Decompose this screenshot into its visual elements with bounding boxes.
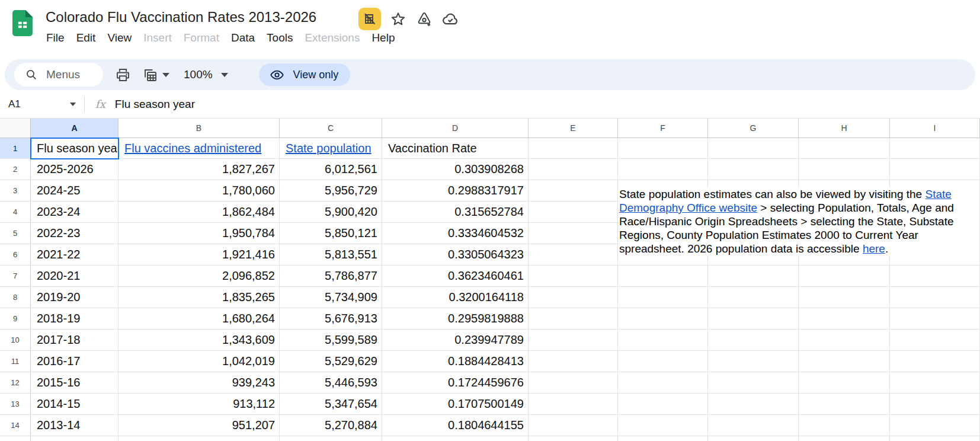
cell-a9[interactable]: 2018-19 [31,308,119,330]
cell-h12[interactable] [799,372,890,394]
cell-a12[interactable]: 2015-16 [31,372,119,394]
cell-c12[interactable]: 5,446,593 [280,372,382,394]
cell-b8[interactable]: 1,835,265 [119,287,280,308]
row-header-1[interactable]: 1 [0,138,31,159]
cell-g9[interactable] [708,308,799,330]
cell-b1[interactable]: Flu vaccines administered [119,138,280,159]
cell-d13[interactable]: 0.1707500149 [382,394,529,415]
cell-e14[interactable] [529,415,618,436]
note-link-3[interactable]: here [863,242,885,255]
cell-c2[interactable]: 6,012,561 [280,159,382,180]
menu-file[interactable]: File [40,31,71,44]
cell-i14[interactable] [890,415,980,436]
column-header-f[interactable]: F [618,119,708,138]
cell-i2[interactable] [890,159,980,180]
row-header-14[interactable]: 14 [0,415,31,436]
column-header-h[interactable]: H [799,119,890,138]
cell-f11[interactable] [618,351,708,372]
cell-f1[interactable] [618,138,708,159]
cell-e10[interactable] [529,330,618,351]
cell-e3[interactable] [529,180,618,202]
cell-a1[interactable]: Flu season year [31,138,119,159]
cell-a5[interactable]: 2022-23 [31,223,119,244]
cell-b14[interactable]: 951,207 [119,415,280,436]
column-header-g[interactable]: G [708,119,799,138]
cell-c10[interactable]: 5,599,589 [280,330,382,351]
cell-b4[interactable]: 1,862,484 [119,202,280,223]
cell-b11[interactable]: 1,042,019 [119,351,280,372]
cell-a7[interactable]: 2020-21 [31,266,119,287]
cell-c14[interactable]: 5,270,884 [280,415,382,436]
cell-c6[interactable]: 5,813,551 [280,244,382,266]
cell-a11[interactable]: 2016-17 [31,351,119,372]
row-header-9[interactable]: 9 [0,308,31,330]
formula-input[interactable]: Flu season year [115,98,195,111]
cell-i13[interactable] [890,394,980,415]
cell-e9[interactable] [529,308,618,330]
cell-e6[interactable] [529,244,618,266]
cell-d6[interactable]: 0.3305064323 [382,244,529,266]
cell-d7[interactable]: 0.3623460461 [382,266,529,287]
cell-e[interactable] [529,436,618,441]
cell-link-b1[interactable]: Flu vaccines administered [124,142,261,155]
cell-link-c1[interactable]: State population [286,142,371,155]
column-header-b[interactable]: B [119,119,280,138]
column-header-d[interactable]: D [382,119,529,138]
print-icon[interactable] [114,66,132,84]
menu-edit[interactable]: Edit [71,31,102,44]
cell-b2[interactable]: 1,827,267 [119,159,280,180]
cell-g10[interactable] [708,330,799,351]
column-header-c[interactable]: C [280,119,382,138]
cell-f14[interactable] [618,415,708,436]
cell-b5[interactable]: 1,950,784 [119,223,280,244]
cell-a10[interactable]: 2017-18 [31,330,119,351]
cell-a4[interactable]: 2023-24 [31,202,119,223]
chevron-down-icon[interactable] [70,103,76,106]
cell-b10[interactable]: 1,343,609 [119,330,280,351]
cell-e2[interactable] [529,159,618,180]
cell-h2[interactable] [799,159,890,180]
cell-a[interactable] [31,436,119,441]
row-header-5[interactable]: 5 [0,223,31,244]
cell-e4[interactable] [529,202,618,223]
google-sheets-logo-icon[interactable] [8,9,37,37]
cell-g11[interactable] [708,351,799,372]
cell-d4[interactable]: 0.315652784 [382,202,529,223]
cell-f7[interactable] [618,266,708,287]
cell-c9[interactable]: 5,676,913 [280,308,382,330]
cell-e5[interactable] [529,223,618,244]
cell-h7[interactable] [799,266,890,287]
cell-a3[interactable]: 2024-25 [31,180,119,202]
row-header-4[interactable]: 4 [0,202,31,223]
cell-h10[interactable] [799,330,890,351]
cell-g12[interactable] [708,372,799,394]
cell-i[interactable] [890,436,980,441]
cell-h[interactable] [799,436,890,441]
cell-e7[interactable] [529,266,618,287]
cell-b7[interactable]: 2,096,852 [119,266,280,287]
star-icon[interactable] [389,10,407,28]
cell-c3[interactable]: 5,956,729 [280,180,382,202]
cell-f8[interactable] [618,287,708,308]
cell-c8[interactable]: 5,734,909 [280,287,382,308]
cell-d[interactable] [382,436,529,441]
row-header-7[interactable]: 7 [0,266,31,287]
cell-a2[interactable]: 2025-2026 [31,159,119,180]
cell-d14[interactable]: 0.1804644155 [382,415,529,436]
cell-c1[interactable]: State population [280,138,382,159]
cell-g2[interactable] [708,159,799,180]
cell-e1[interactable] [529,138,618,159]
cell-h8[interactable] [799,287,890,308]
cell-h13[interactable] [799,394,890,415]
search-menus-button[interactable]: Menus [14,63,103,87]
cell-e11[interactable] [529,351,618,372]
cell-i8[interactable] [890,287,980,308]
row-header-2[interactable]: 2 [0,159,31,180]
cell-f[interactable] [618,436,708,441]
select-all-corner[interactable] [0,119,31,138]
row-header-12[interactable]: 12 [0,372,31,394]
cell-i12[interactable] [890,372,980,394]
cell-d11[interactable]: 0.1884428413 [382,351,529,372]
cell-e8[interactable] [529,287,618,308]
row-header-8[interactable]: 8 [0,287,31,308]
